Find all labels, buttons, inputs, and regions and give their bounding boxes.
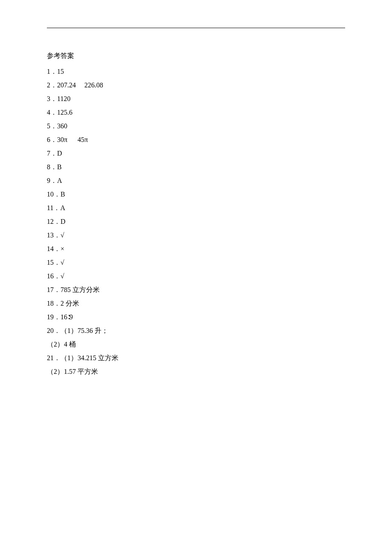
answer-line: 6．30π 45π [47, 133, 345, 147]
answer-line: 5．360 [47, 119, 345, 133]
answer-line: 4．125.6 [47, 106, 345, 119]
top-rule [47, 28, 345, 28]
document-page: 参考答案 1．15 2．207.24 226.08 3．1120 4．125.6… [0, 0, 392, 379]
answer-line: （2）4 桶 [47, 338, 345, 351]
answer-line: 7．D [47, 147, 345, 160]
answer-line: （2）1.57 平方米 [47, 365, 345, 379]
answer-line: 15．√ [47, 256, 345, 269]
answer-line: 12．D [47, 215, 345, 228]
answer-line: 1．15 [47, 65, 345, 78]
answer-line: 8．B [47, 160, 345, 174]
answer-line: 10．B [47, 188, 345, 201]
answer-line: 16．√ [47, 269, 345, 283]
answer-line: 19．16∶9 [47, 310, 345, 324]
answer-line: 9．A [47, 174, 345, 188]
answer-line: 2．207.24 226.08 [47, 78, 345, 92]
section-title: 参考答案 [47, 52, 345, 61]
answer-line: 3．1120 [47, 92, 345, 106]
answer-line: 13．√ [47, 228, 345, 242]
answer-line: 17．785 立方分米 [47, 283, 345, 297]
answer-line: 20．（1）75.36 升； [47, 324, 345, 338]
answer-line: 11．A [47, 201, 345, 215]
answer-line: 21．（1）34.215 立方米 [47, 351, 345, 365]
answer-line: 18．2 分米 [47, 297, 345, 310]
answer-line: 14．× [47, 242, 345, 256]
